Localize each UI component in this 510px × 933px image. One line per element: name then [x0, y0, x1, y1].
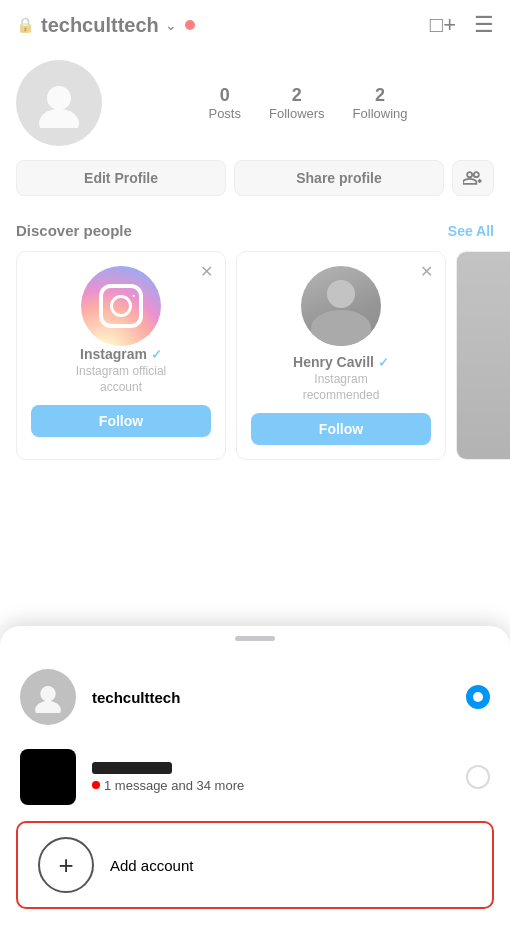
posts-label: Posts	[208, 106, 241, 121]
svg-point-1	[39, 109, 79, 128]
account2-messages: 1 message and 34 more	[104, 778, 244, 793]
account1-info: techculttech	[92, 689, 450, 706]
henry-name: Henry Cavill ✓	[293, 354, 389, 370]
verified-badge: ✓	[151, 347, 162, 362]
henry-verified: ✓	[378, 355, 389, 370]
see-all-button[interactable]: See All	[448, 223, 494, 239]
lock-icon: 🔒	[16, 16, 35, 34]
account2-info: 1 message and 34 more	[92, 762, 450, 793]
henry-body	[311, 310, 371, 346]
new-post-icon[interactable]: □+	[430, 12, 456, 38]
menu-icon[interactable]: ☰	[474, 12, 494, 38]
sheet-handle	[235, 636, 275, 641]
henry-sub: Instagram recommended	[303, 372, 380, 403]
header: 🔒 techculttech ⌄ □+ ☰	[0, 0, 510, 50]
svg-point-3	[35, 701, 61, 713]
add-account-plus-icon: +	[38, 837, 94, 893]
person-card-henry: ✕ Henry Cavill ✓ Instagram recommended F…	[236, 251, 446, 460]
people-scroll: ✕ Instagram ✓ Instagram official account…	[0, 247, 510, 472]
profile-stats: 0 Posts 2 Followers 2 Following	[122, 85, 494, 121]
add-account-label: Add account	[110, 857, 193, 874]
partial-avatar-bg	[457, 252, 510, 459]
notification-dot	[185, 20, 195, 30]
close-card-henry[interactable]: ✕	[420, 262, 433, 281]
add-account-row[interactable]: + Add account	[16, 821, 494, 909]
account1-avatar	[20, 669, 76, 725]
account-item-secondary[interactable]: 1 message and 34 more	[0, 737, 510, 817]
account2-sub: 1 message and 34 more	[92, 778, 450, 793]
account2-avatar	[20, 749, 76, 805]
svg-point-2	[40, 686, 55, 701]
notification-dot-account2	[92, 781, 100, 789]
account1-name: techculttech	[92, 689, 450, 706]
account2-name-bar	[92, 762, 172, 774]
add-person-button[interactable]	[452, 160, 494, 196]
profile-section: 0 Posts 2 Followers 2 Following Edit Pro…	[0, 50, 510, 210]
discover-title: Discover people	[16, 222, 132, 239]
following-label: Following	[353, 106, 408, 121]
following-stat[interactable]: 2 Following	[353, 85, 408, 121]
instagram-logo-inner	[99, 284, 143, 328]
close-card-instagram[interactable]: ✕	[200, 262, 213, 281]
posts-count: 0	[220, 85, 230, 106]
followers-label: Followers	[269, 106, 325, 121]
discover-header: Discover people See All	[0, 210, 510, 247]
header-right: □+ ☰	[430, 12, 494, 38]
person-card-partial	[456, 251, 510, 460]
instagram-avatar	[81, 266, 161, 346]
svg-point-0	[47, 86, 71, 110]
follow-instagram-button[interactable]: Follow	[31, 405, 211, 437]
chevron-down-icon[interactable]: ⌄	[165, 17, 177, 33]
henry-head	[327, 280, 355, 308]
avatar[interactable]	[16, 60, 102, 146]
share-profile-button[interactable]: Share profile	[234, 160, 444, 196]
instagram-sub: Instagram official account	[76, 364, 167, 395]
followers-count: 2	[292, 85, 302, 106]
account1-radio-inner	[473, 692, 483, 702]
profile-page: 🔒 techculttech ⌄ □+ ☰ 0 Posts	[0, 0, 510, 472]
followers-stat[interactable]: 2 Followers	[269, 85, 325, 121]
account2-radio-empty	[466, 765, 490, 789]
username-label[interactable]: techculttech	[41, 14, 159, 37]
henry-avatar	[301, 266, 381, 346]
instagram-name: Instagram ✓	[80, 346, 162, 362]
following-count: 2	[375, 85, 385, 106]
posts-stat[interactable]: 0 Posts	[208, 85, 241, 121]
account1-radio-selected	[466, 685, 490, 709]
header-left: 🔒 techculttech ⌄	[16, 14, 195, 37]
person-card-instagram: ✕ Instagram ✓ Instagram official account…	[16, 251, 226, 460]
edit-profile-button[interactable]: Edit Profile	[16, 160, 226, 196]
action-buttons: Edit Profile Share profile	[16, 160, 494, 196]
account-item-techculttech[interactable]: techculttech	[0, 657, 510, 737]
profile-top: 0 Posts 2 Followers 2 Following	[16, 60, 494, 146]
bottom-sheet: techculttech 1 message and 34 more + Add…	[0, 626, 510, 933]
follow-henry-button[interactable]: Follow	[251, 413, 431, 445]
